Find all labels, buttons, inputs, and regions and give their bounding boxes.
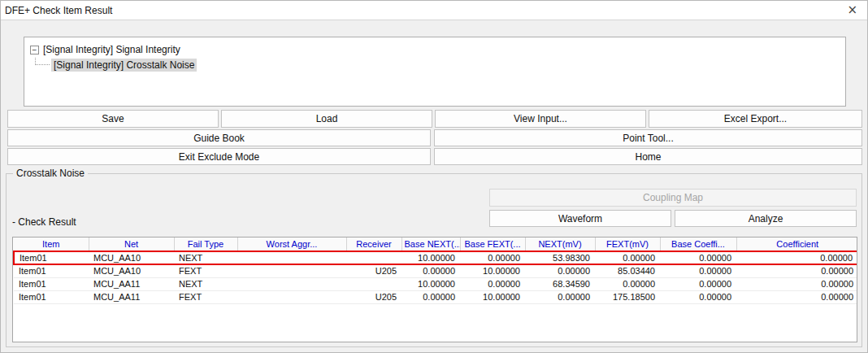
result-table: ItemNetFail TypeWorst Aggr...ReceiverBas… bbox=[13, 238, 857, 304]
crosstalk-noise-group: Crosstalk Noise Coupling Map Waveform An… bbox=[6, 173, 862, 347]
table-cell: Item01 bbox=[14, 251, 89, 264]
table-cell: 0.00000 bbox=[595, 251, 660, 264]
table-cell bbox=[346, 277, 401, 290]
check-result-label: - Check Result bbox=[12, 216, 76, 228]
table-cell: 0.00000 bbox=[736, 290, 857, 303]
table-cell: 85.03440 bbox=[595, 264, 660, 277]
table-row[interactable]: Item01MCU_AA11FEXTU2050.0000010.000000.0… bbox=[14, 290, 857, 303]
table-cell bbox=[237, 251, 346, 264]
check-result-table-container: ItemNetFail TypeWorst Aggr...ReceiverBas… bbox=[12, 237, 857, 342]
table-cell: 0.00000 bbox=[401, 290, 460, 303]
table-row[interactable]: Item01MCU_AA10NEXT10.000000.0000053.9830… bbox=[14, 251, 857, 264]
table-row[interactable]: Item01MCU_AA11NEXT10.000000.0000068.3459… bbox=[14, 277, 857, 290]
check-item-tree: − [Signal Integrity] Signal Integrity [S… bbox=[24, 37, 846, 107]
view-input-button[interactable]: View Input... bbox=[435, 110, 646, 128]
column-header[interactable]: Base FEXT(... bbox=[460, 238, 525, 251]
table-cell: MCU_AA11 bbox=[89, 277, 174, 290]
table-cell: 0.00000 bbox=[660, 277, 736, 290]
table-cell: 0.00000 bbox=[525, 264, 595, 277]
coupling-map-button[interactable]: Coupling Map bbox=[489, 189, 857, 207]
table-cell bbox=[237, 277, 346, 290]
table-cell: MCU_AA10 bbox=[89, 251, 174, 264]
window-title: DFE+ Check Item Result bbox=[1, 5, 112, 16]
table-cell: Item01 bbox=[14, 277, 89, 290]
column-header[interactable]: Net bbox=[89, 238, 174, 251]
save-button[interactable]: Save bbox=[7, 110, 219, 128]
column-header[interactable]: Worst Aggr... bbox=[237, 238, 346, 251]
table-cell: 175.18500 bbox=[595, 290, 660, 303]
table-cell: 0.00000 bbox=[736, 251, 857, 264]
table-cell: 53.98300 bbox=[525, 251, 595, 264]
table-cell: 0.00000 bbox=[736, 264, 857, 277]
column-header[interactable]: Fail Type bbox=[174, 238, 237, 251]
dialog-window: DFE+ Check Item Result × − [Signal Integ… bbox=[0, 0, 868, 353]
table-cell: 0.00000 bbox=[460, 277, 525, 290]
waveform-button[interactable]: Waveform bbox=[489, 210, 671, 227]
excel-export-button[interactable]: Excel Export... bbox=[649, 110, 862, 128]
table-cell: 10.00000 bbox=[401, 251, 460, 264]
table-body: Item01MCU_AA10NEXT10.000000.0000053.9830… bbox=[14, 251, 857, 303]
table-cell: U205 bbox=[346, 290, 401, 303]
table-cell: FEXT bbox=[174, 290, 237, 303]
table-header-row: ItemNetFail TypeWorst Aggr...ReceiverBas… bbox=[14, 238, 857, 251]
table-cell: U205 bbox=[346, 264, 401, 277]
tree-item-label-selected: [Signal Integrity] Crosstalk Noise bbox=[51, 59, 197, 72]
title-bar: DFE+ Check Item Result × bbox=[1, 1, 867, 20]
group-title: Crosstalk Noise bbox=[13, 168, 88, 179]
tree-item-signal-integrity[interactable]: − [Signal Integrity] Signal Integrity bbox=[30, 44, 845, 55]
table-cell: 0.00000 bbox=[595, 277, 660, 290]
home-button[interactable]: Home bbox=[434, 148, 862, 165]
column-header[interactable]: Coefficient bbox=[736, 238, 857, 251]
table-cell: 0.00000 bbox=[401, 264, 460, 277]
column-header[interactable]: Receiver bbox=[346, 238, 401, 251]
table-cell bbox=[237, 290, 346, 303]
column-header[interactable]: NEXT(mV) bbox=[525, 238, 595, 251]
exit-exclude-mode-button[interactable]: Exit Exclude Mode bbox=[7, 148, 431, 165]
table-cell: 0.00000 bbox=[460, 251, 525, 264]
table-cell: MCU_AA10 bbox=[89, 264, 174, 277]
tree-item-label: [Signal Integrity] Signal Integrity bbox=[43, 44, 180, 55]
table-cell: NEXT bbox=[174, 277, 237, 290]
table-cell: 0.00000 bbox=[736, 277, 857, 290]
table-cell: 0.00000 bbox=[660, 251, 736, 264]
tree-connector bbox=[35, 58, 50, 65]
table-cell: 68.34590 bbox=[525, 277, 595, 290]
collapse-icon[interactable]: − bbox=[30, 46, 39, 54]
close-icon[interactable]: × bbox=[847, 4, 857, 16]
table-cell bbox=[346, 251, 401, 264]
table-cell bbox=[237, 264, 346, 277]
guide-book-button[interactable]: Guide Book bbox=[7, 129, 431, 146]
column-header[interactable]: Item bbox=[14, 238, 89, 251]
table-cell: 0.00000 bbox=[660, 264, 736, 277]
column-header[interactable]: FEXT(mV) bbox=[595, 238, 660, 251]
column-header[interactable]: Base NEXT(... bbox=[401, 238, 460, 251]
table-cell: 0.00000 bbox=[660, 290, 736, 303]
point-tool-button[interactable]: Point Tool... bbox=[434, 129, 862, 146]
table-cell: FEXT bbox=[174, 264, 237, 277]
table-cell: NEXT bbox=[174, 251, 237, 264]
table-cell: MCU_AA11 bbox=[89, 290, 174, 303]
table-cell: Item01 bbox=[14, 264, 89, 277]
table-row[interactable]: Item01MCU_AA10FEXTU2050.0000010.000000.0… bbox=[14, 264, 857, 277]
table-cell: Item01 bbox=[14, 290, 89, 303]
analyze-button[interactable]: Analyze bbox=[675, 210, 857, 227]
table-cell: 10.00000 bbox=[460, 290, 525, 303]
table-cell: 0.00000 bbox=[525, 290, 595, 303]
table-cell: 10.00000 bbox=[460, 264, 525, 277]
tree-item-crosstalk-noise[interactable]: [Signal Integrity] Crosstalk Noise bbox=[35, 59, 845, 72]
table-cell: 10.00000 bbox=[401, 277, 460, 290]
load-button[interactable]: Load bbox=[221, 110, 432, 128]
column-header[interactable]: Base Coeffi... bbox=[660, 238, 736, 251]
